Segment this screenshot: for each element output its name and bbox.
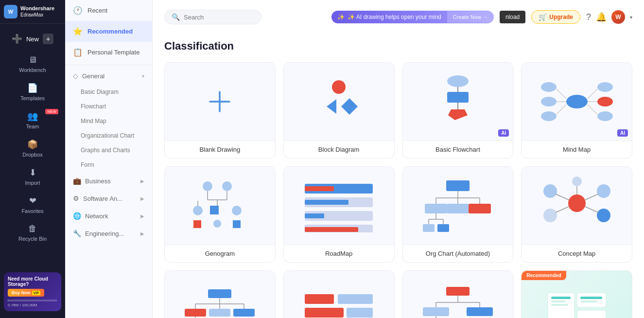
category-network[interactable]: 🌐 Network ▶	[65, 207, 152, 225]
sub-flowchart[interactable]: Flowchart	[65, 99, 152, 114]
buy-now-button[interactable]: Buy Now VIP	[8, 289, 44, 297]
sidebar-item-import[interactable]: ⬇ Import	[0, 162, 65, 191]
search-bar[interactable]: 🔍	[164, 10, 261, 24]
mid-nav-personal[interactable]: 📋 Personal Template	[65, 42, 152, 63]
svg-point-11	[541, 82, 557, 92]
card-mindmap-image: AI	[522, 63, 632, 141]
sidebar-item-dropbox[interactable]: 📦 Dropbox	[0, 134, 65, 162]
svg-point-60	[568, 194, 586, 212]
card-block-diagram[interactable]: Block Diagram	[283, 62, 395, 159]
card-mindmap[interactable]: AI Mind Map	[521, 62, 632, 159]
software-chevron: ▶	[140, 196, 144, 201]
card-tree2-image	[403, 271, 513, 318]
download-button[interactable]: nload	[500, 11, 525, 23]
recommended-svg	[545, 288, 609, 318]
notification-icon[interactable]: 🔔	[596, 12, 607, 22]
svg-point-65	[572, 177, 582, 186]
middle-panel: 🕐 Recent ⭐ Recommended 📋 Personal Templa…	[65, 0, 153, 318]
upgrade-button[interactable]: 🛒 Upgrade	[531, 10, 580, 24]
mid-nav-recent[interactable]: 🕐 Recent	[65, 0, 152, 21]
workbench-icon: 🖥	[28, 55, 37, 65]
card-orgchart-image	[403, 167, 513, 245]
account-chevron[interactable]: ▾	[630, 15, 632, 20]
svg-point-10	[566, 95, 588, 108]
svg-rect-87	[305, 308, 344, 318]
ai-banner[interactable]: ✨ ✨ AI drawing helps open your mind Crea…	[331, 11, 494, 23]
divider	[65, 65, 152, 65]
svg-rect-58	[423, 224, 435, 232]
category-software[interactable]: ⚙ Software An... ▶	[65, 190, 152, 207]
card-orgchart[interactable]: Org Chart (Automated)	[402, 166, 514, 263]
svg-point-12	[541, 97, 557, 106]
svg-point-2	[332, 80, 346, 94]
sub-basic-diagram[interactable]: Basic Diagram	[65, 85, 152, 99]
conceptmap-svg	[538, 177, 616, 235]
sub-mind-map[interactable]: Mind Map	[65, 114, 152, 128]
business-label: Business	[85, 177, 111, 185]
upgrade-label: Upgrade	[549, 14, 573, 20]
ai-banner-text: ✨ ✨ AI drawing helps open your mind	[331, 11, 447, 23]
category-business[interactable]: 💼 Business ▶	[65, 172, 152, 190]
recent-icon: 🕐	[73, 6, 83, 15]
team-icon: 👥	[27, 111, 38, 122]
card-tree1[interactable]	[164, 270, 276, 318]
card-flowchart[interactable]: AI Basic Flowchart	[402, 62, 514, 159]
mindmap-ai-badge: AI	[617, 129, 628, 137]
svg-line-20	[588, 89, 597, 99]
svg-line-22	[588, 105, 597, 114]
new-add-button[interactable]: +	[43, 34, 53, 44]
sub-form[interactable]: Form	[65, 158, 152, 172]
business-icon: 💼	[73, 177, 81, 185]
general-label: General	[82, 72, 104, 80]
card-genogram-label: Genogram	[165, 245, 275, 262]
card-tree1-image	[165, 271, 275, 318]
svg-rect-59	[437, 224, 449, 232]
sidebar-item-recycle[interactable]: 🗑 Recycle Bin	[0, 219, 65, 247]
svg-rect-44	[305, 227, 358, 232]
svg-line-17	[557, 89, 566, 99]
svg-point-14	[597, 82, 613, 92]
svg-line-19	[557, 105, 566, 114]
team-badge: NEW	[45, 109, 58, 114]
card-genogram[interactable]: Genogram	[164, 166, 276, 263]
sidebar-bottom: Need more Cloud Storage? Buy Now VIP 0.7…	[0, 268, 65, 318]
svg-line-66	[556, 194, 569, 200]
search-input[interactable]	[184, 14, 254, 21]
card-flowchart-label: Basic Flowchart	[403, 141, 513, 158]
mid-nav-recommended[interactable]: ⭐ Recommended	[65, 21, 152, 42]
card-conceptmap[interactable]: Concept Map	[521, 166, 632, 263]
sidebar: W WondershareEdrawMax ➕ New + 🖥 Workbenc…	[0, 0, 65, 318]
card-blank-drawing[interactable]: Blank Drawing	[164, 62, 276, 159]
card-timeline[interactable]	[283, 270, 395, 318]
orgchart-svg	[419, 177, 497, 235]
sub-org-chart[interactable]: Organizational Chart	[65, 128, 152, 143]
avatar[interactable]: W	[611, 10, 625, 24]
sidebar-item-favorites[interactable]: ❤ Favorites	[0, 191, 65, 219]
card-recommended[interactable]: Recommended	[521, 270, 632, 318]
help-icon[interactable]: ?	[586, 12, 591, 22]
sidebar-item-workbench[interactable]: 🖥 Workbench	[0, 50, 65, 78]
classification-grid: Blank Drawing Block Diagram	[164, 62, 632, 318]
svg-rect-45	[446, 180, 470, 191]
svg-rect-108	[551, 297, 571, 299]
upgrade-icon: 🛒	[539, 13, 547, 21]
sub-graphs-charts[interactable]: Graphs and Charts	[65, 143, 152, 158]
sidebar-item-team[interactable]: 👥 Team NEW	[0, 106, 65, 134]
sidebar-item-templates[interactable]: 📄 Templates	[0, 78, 65, 106]
svg-point-62	[543, 209, 557, 222]
svg-rect-97	[423, 307, 449, 316]
logo-icon: W	[4, 5, 17, 18]
card-roadmap[interactable]: RoadMap	[283, 166, 395, 263]
svg-point-16	[597, 111, 613, 121]
storage-fill	[8, 300, 8, 301]
sidebar-item-new[interactable]: ➕ New +	[0, 28, 65, 50]
svg-rect-34	[193, 220, 201, 228]
engineering-chevron: ▶	[140, 231, 144, 236]
category-engineering[interactable]: 🔧 Engineering... ▶	[65, 225, 152, 242]
category-general[interactable]: ◇ General ▾	[65, 67, 152, 85]
personal-icon: 📋	[73, 48, 83, 57]
card-recommended-image: Recommended	[522, 271, 632, 318]
card-tree2[interactable]	[402, 270, 514, 318]
ai-create-now-button[interactable]: Create Now →	[447, 11, 494, 23]
svg-rect-71	[208, 289, 231, 298]
